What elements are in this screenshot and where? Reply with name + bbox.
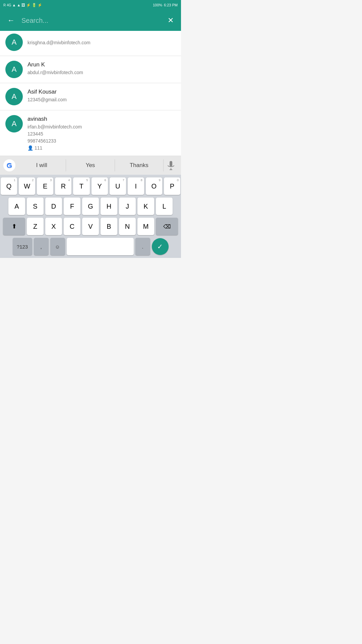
signal-bars: ▲ xyxy=(12,3,16,7)
key-d[interactable]: D xyxy=(45,198,62,215)
space-key[interactable] xyxy=(67,238,134,255)
mic-button[interactable] xyxy=(164,158,178,173)
comma-key[interactable]: , xyxy=(34,238,49,255)
key-i[interactable]: 8I xyxy=(128,177,144,195)
search-input[interactable] xyxy=(21,17,161,24)
keyboard-row-2: A S D F G H J K L xyxy=(1,198,180,215)
person-icon: 👤 xyxy=(27,145,33,151)
google-logo: G xyxy=(3,159,16,172)
key-k[interactable]: K xyxy=(137,198,154,215)
avatar: A xyxy=(5,88,23,105)
list-item[interactable]: A Asif Kousar 12345@gmail.com xyxy=(0,83,181,110)
contact-info: krisghna.d@mivbinfotech.com xyxy=(27,39,176,46)
contact-email: krisghna.d@mivbinfotech.com xyxy=(27,39,176,46)
contact-phone2: 99874561233 xyxy=(27,138,176,145)
signal-bars-2: ▲ xyxy=(17,3,20,7)
back-button[interactable]: ← xyxy=(5,14,17,27)
contact-group: 👤 111 xyxy=(27,145,42,151)
list-item[interactable]: A avinash irfan.b@mivbinfotech.com 12344… xyxy=(0,110,181,156)
delete-key[interactable]: ⌫ xyxy=(156,218,178,235)
battery-percent: 100% xyxy=(153,3,162,7)
key-s[interactable]: S xyxy=(27,198,44,215)
carrier-icon: R xyxy=(3,3,6,7)
contact-list: A krisghna.d@mivbinfotech.com A Arun K a… xyxy=(0,31,181,156)
avatar: A xyxy=(5,34,23,51)
suggestion-i-will[interactable]: I will xyxy=(17,159,66,171)
avatar: A xyxy=(5,115,23,132)
key-b[interactable]: B xyxy=(101,218,117,235)
svg-rect-2 xyxy=(170,161,172,166)
keyboard: 1Q 2W 3E 4R 5T 6Y 7U 8I 9O 0P A S D F G … xyxy=(0,175,181,258)
keyboard-row-3: ⬆ Z X C V B N M ⌫ xyxy=(1,218,180,235)
key-m[interactable]: M xyxy=(137,218,154,235)
key-l[interactable]: L xyxy=(156,198,173,215)
key-o[interactable]: 9O xyxy=(146,177,162,195)
usb-icon: ⚡ xyxy=(26,3,31,7)
contact-info: avinash irfan.b@mivbinfotech.com 123445 … xyxy=(27,115,176,151)
suggestion-bar: G I will Yes Thanks xyxy=(0,156,181,175)
shift-key[interactable]: ⬆ xyxy=(3,218,25,235)
key-q[interactable]: 1Q xyxy=(1,177,17,195)
gallery-icon: 🖼 xyxy=(21,3,25,7)
group-count: 111 xyxy=(35,145,42,151)
avatar: A xyxy=(5,61,23,78)
status-right: 100% 6:23 PM xyxy=(153,3,178,7)
network-icon: 4G xyxy=(7,3,11,7)
search-bar: ← ✕ xyxy=(0,10,181,31)
usb2-icon: ⚡ xyxy=(38,3,42,7)
status-left: R 4G ▲ ▲ 🖼 ⚡ 🔋 ⚡ xyxy=(3,3,42,7)
key-p[interactable]: 0P xyxy=(164,177,180,195)
key-t[interactable]: 5T xyxy=(73,177,89,195)
sym-key[interactable]: ?123 xyxy=(13,238,32,255)
done-key[interactable]: ✓ xyxy=(152,238,169,255)
period-key[interactable]: . xyxy=(135,238,150,255)
contact-info: Asif Kousar 12345@gmail.com xyxy=(27,88,176,103)
key-c[interactable]: C xyxy=(64,218,80,235)
contact-email: irfan.b@mivbinfotech.com xyxy=(27,123,176,130)
contact-name: avinash xyxy=(27,116,176,122)
keyboard-row-4: ?123 , ☺ . ✓ xyxy=(1,238,180,255)
key-u[interactable]: 7U xyxy=(110,177,126,195)
key-g[interactable]: G xyxy=(82,198,99,215)
key-a[interactable]: A xyxy=(8,198,25,215)
key-r[interactable]: 4R xyxy=(55,177,71,195)
key-z[interactable]: Z xyxy=(27,218,44,235)
key-f[interactable]: F xyxy=(64,198,80,215)
list-item[interactable]: A krisghna.d@mivbinfotech.com xyxy=(0,31,181,56)
key-x[interactable]: X xyxy=(45,218,62,235)
key-h[interactable]: H xyxy=(101,198,117,215)
key-y[interactable]: 6Y xyxy=(92,177,108,195)
contact-email: 12345@gmail.com xyxy=(27,96,176,103)
list-item[interactable]: A Arun K abdul.r@mivbinfotech.com xyxy=(0,56,181,83)
battery-icon: 🔋 xyxy=(32,3,37,7)
contact-name: Asif Kousar xyxy=(27,89,176,95)
key-e[interactable]: 3E xyxy=(37,177,53,195)
contact-info: Arun K abdul.r@mivbinfotech.com xyxy=(27,61,176,76)
contact-email: abdul.r@mivbinfotech.com xyxy=(27,69,176,76)
clear-button[interactable]: ✕ xyxy=(166,14,176,27)
key-v[interactable]: V xyxy=(82,218,99,235)
key-j[interactable]: J xyxy=(119,198,136,215)
contact-phone1: 123445 xyxy=(27,130,176,138)
suggestion-yes[interactable]: Yes xyxy=(66,159,115,171)
key-w[interactable]: 2W xyxy=(19,177,35,195)
contact-name: Arun K xyxy=(27,61,176,68)
keyboard-row-1: 1Q 2W 3E 4R 5T 6Y 7U 8I 9O 0P xyxy=(1,177,180,195)
time-display: 6:23 PM xyxy=(164,3,178,7)
suggestion-thanks[interactable]: Thanks xyxy=(115,159,164,171)
status-bar: R 4G ▲ ▲ 🖼 ⚡ 🔋 ⚡ 100% 6:23 PM xyxy=(0,0,181,10)
emoji-key[interactable]: ☺ xyxy=(50,238,65,255)
key-n[interactable]: N xyxy=(119,218,136,235)
